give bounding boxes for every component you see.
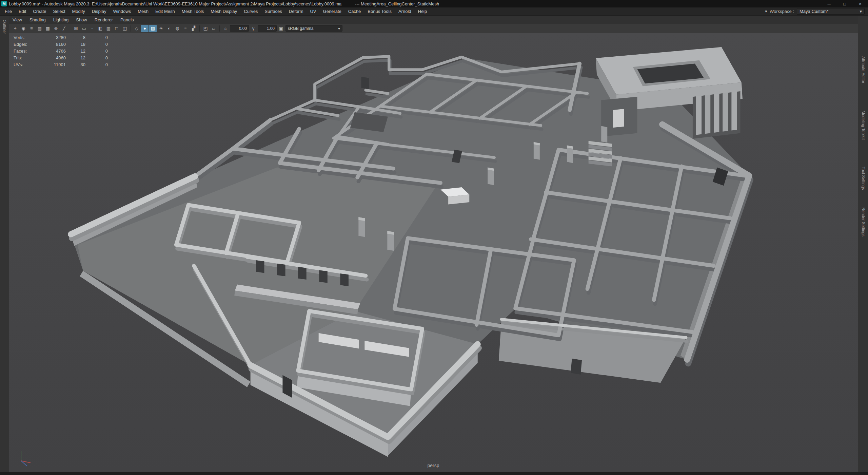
hud-value: 12 — [66, 55, 85, 60]
hud-value: 8160 — [41, 42, 66, 47]
menu-bonus-tools[interactable]: Bonus Tools — [364, 7, 395, 16]
use-all-lights-icon[interactable]: ☀ — [157, 25, 165, 32]
window-bottom-edge — [0, 472, 868, 475]
shadows-icon[interactable]: ◐ — [165, 25, 173, 32]
lock-camera-icon[interactable]: ◉ — [20, 25, 27, 32]
menu-surfaces[interactable]: Surfaces — [261, 7, 285, 16]
toolbar-separator — [199, 25, 200, 32]
tab-tool-settings[interactable]: Tool Settings — [861, 167, 866, 190]
toolbar-separator — [131, 25, 131, 32]
menu-edit-mesh[interactable]: Edit Mesh — [152, 7, 178, 16]
hud-poly-count: Verts: 3280 8 0 Edges: 8160 18 0 Faces: … — [14, 34, 108, 68]
hud-label: Faces: — [14, 49, 41, 54]
menu-collapse-icon[interactable]: ▾ — [765, 9, 767, 14]
menu-cache[interactable]: Cache — [345, 7, 364, 16]
select-camera-icon[interactable]: ⌖ — [12, 25, 19, 32]
panel-menu-renderer[interactable]: Renderer — [91, 17, 117, 22]
exposure-field[interactable] — [230, 25, 249, 32]
menu-file[interactable]: File — [0, 7, 15, 16]
chevron-down-icon: ▾ — [338, 26, 340, 31]
panel-menu-show[interactable]: Show — [72, 17, 91, 22]
panel-menu-lighting[interactable]: Lighting — [50, 17, 73, 22]
isolate-select-icon[interactable]: ◰ — [202, 25, 209, 32]
anti-alias-icon[interactable]: ▞ — [190, 25, 197, 32]
menu-uv[interactable]: UV — [307, 7, 319, 16]
film-gate-icon[interactable]: ▭ — [80, 25, 88, 32]
menu-modify[interactable]: Modify — [69, 7, 88, 16]
textured-icon[interactable]: ▨ — [149, 25, 157, 32]
view-transform-value: sRGB gamma — [288, 26, 313, 31]
safe-title-icon[interactable]: ◫ — [121, 25, 129, 32]
camera-label: persp — [427, 463, 439, 468]
workspace-label: Workspace : — [770, 9, 794, 14]
maya-app-icon: M — [1, 1, 7, 6]
field-chart-icon[interactable]: ▥ — [105, 25, 112, 32]
menu-mesh[interactable]: Mesh — [134, 7, 152, 16]
hud-value: 0 — [85, 62, 108, 67]
menu-generate[interactable]: Generate — [320, 7, 345, 16]
hud-label: UVs: — [14, 62, 41, 67]
safe-action-icon[interactable]: ◻ — [113, 25, 120, 32]
hud-row-edges: Edges: 8160 18 0 — [14, 41, 108, 48]
hud-value: 4960 — [41, 55, 66, 60]
menu-mesh-tools[interactable]: Mesh Tools — [178, 7, 208, 16]
hud-value: 0 — [85, 35, 108, 40]
hud-value: 0 — [85, 42, 108, 47]
hud-value: 8 — [66, 35, 85, 40]
window-controls: ─ □ × — [821, 0, 868, 7]
tab-render-settings[interactable]: Render Settings — [861, 207, 866, 236]
hud-label: Verts: — [14, 35, 41, 40]
menu-deform[interactable]: Deform — [285, 7, 307, 16]
hud-label: Edges: — [14, 42, 41, 47]
tab-modeling-toolkit[interactable]: Modeling Toolkit — [861, 111, 866, 140]
exposure-icon[interactable]: ☼ — [222, 25, 229, 32]
gamma-field[interactable] — [258, 25, 277, 32]
image-plane-icon[interactable]: ▦ — [44, 25, 52, 32]
menu-windows[interactable]: Windows — [110, 7, 134, 16]
menu-arnold[interactable]: Arnold — [395, 7, 415, 16]
menu-help[interactable]: Help — [415, 7, 431, 16]
maximize-button[interactable]: □ — [837, 0, 852, 7]
left-tab-strip: Outliner — [0, 16, 9, 472]
panel-menu-bar: View Shading Lighting Show Renderer Pane… — [9, 16, 858, 24]
menu-curves[interactable]: Curves — [240, 7, 261, 16]
hud-value: 30 — [66, 62, 85, 67]
view-transform-select[interactable]: sRGB gamma ▾ — [285, 25, 342, 32]
camera-attributes-icon[interactable]: ≡ — [28, 25, 35, 32]
grid-icon[interactable]: ⊞ — [72, 25, 80, 32]
right-tab-strip: Attribute Editor Modeling Toolkit Tool S… — [858, 16, 868, 472]
hud-label: Tris: — [14, 55, 41, 60]
bookmark-icon[interactable]: ▤ — [36, 25, 43, 32]
shaded-icon[interactable]: ● — [141, 25, 149, 32]
menu-edit[interactable]: Edit — [15, 7, 29, 16]
menu-create[interactable]: Create — [29, 7, 50, 16]
close-button[interactable]: × — [852, 0, 868, 7]
pan-zoom-icon[interactable]: ⊕ — [52, 25, 60, 32]
menu-select[interactable]: Select — [50, 7, 68, 16]
gamma-icon[interactable]: γ — [250, 25, 257, 32]
minimize-button[interactable]: ─ — [821, 0, 837, 7]
window-title-selection: --- MeetingArea_CeilingCenter_StaticMesh — [355, 1, 439, 6]
hud-row-faces: Faces: 4766 12 0 — [14, 48, 108, 54]
resolution-gate-icon[interactable]: ▫ — [88, 25, 96, 32]
view-transform-icon[interactable]: ▣ — [277, 25, 285, 32]
menu-mesh-display[interactable]: Mesh Display — [207, 7, 240, 16]
hud-row-verts: Verts: 3280 8 0 — [14, 34, 108, 41]
tab-outliner[interactable]: Outliner — [2, 20, 7, 34]
hud-value: 3280 — [41, 35, 66, 40]
screen-space-ao-icon[interactable]: ◍ — [174, 25, 181, 32]
gate-mask-icon[interactable]: ◧ — [97, 25, 104, 32]
tab-attribute-editor[interactable]: Attribute Editor — [861, 56, 866, 83]
panel-menu-shading[interactable]: Shading — [26, 17, 50, 22]
xray-icon[interactable]: ▱ — [210, 25, 217, 32]
viewport-canvas[interactable] — [9, 33, 858, 472]
motion-blur-icon[interactable]: ≈ — [182, 25, 189, 32]
hud-value: 0 — [85, 49, 108, 54]
grease-pencil-icon[interactable]: ╱ — [60, 25, 68, 32]
viewport-panel[interactable]: Verts: 3280 8 0 Edges: 8160 18 0 Faces: … — [9, 33, 858, 472]
panel-menu-panels[interactable]: Panels — [117, 17, 138, 22]
panel-menu-view[interactable]: View — [9, 17, 26, 22]
workspace-selector[interactable]: Maya Custom* ▾ — [797, 8, 865, 15]
menu-display[interactable]: Display — [88, 7, 110, 16]
wireframe-icon[interactable]: ◇ — [133, 25, 140, 32]
